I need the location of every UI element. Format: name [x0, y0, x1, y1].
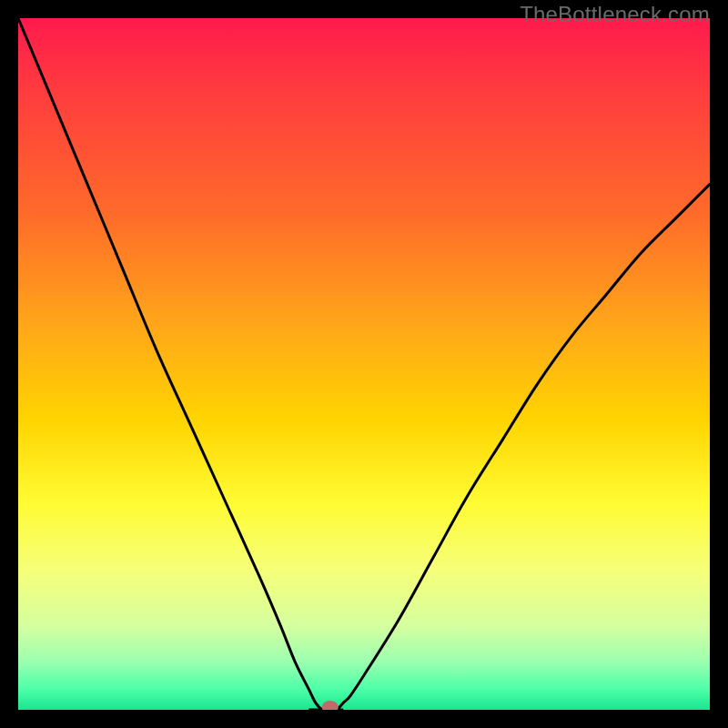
- watermark-label: TheBottleneck.com: [520, 2, 710, 27]
- chart-frame: TheBottleneck.com: [0, 0, 728, 728]
- bottleneck-curve: [18, 18, 710, 710]
- curve-layer: [18, 18, 710, 710]
- plot-area: [18, 18, 710, 710]
- optimal-point-marker: [322, 701, 339, 710]
